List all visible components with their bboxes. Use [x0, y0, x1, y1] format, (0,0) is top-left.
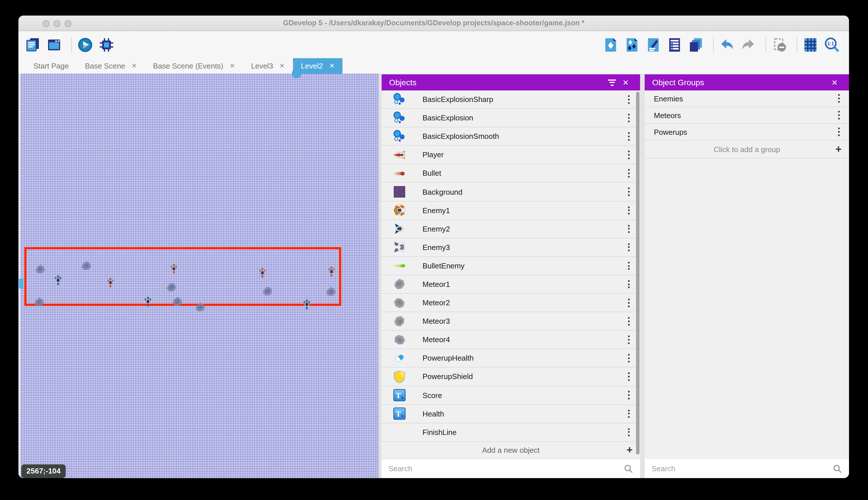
redo-icon[interactable]: [740, 36, 757, 53]
object-groups-panel-icon[interactable]: [623, 36, 641, 53]
add-group-row[interactable]: Click to add a group +: [645, 140, 849, 158]
kebab-menu-icon[interactable]: [627, 297, 631, 309]
objects-search-input[interactable]: [388, 464, 624, 473]
kebab-menu-icon[interactable]: [837, 109, 841, 122]
grid-icon[interactable]: [802, 36, 819, 53]
instances-list-icon[interactable]: [666, 36, 683, 53]
kebab-menu-icon[interactable]: [627, 93, 631, 106]
group-row-enemies[interactable]: Enemies: [645, 90, 849, 107]
scene-editor-icon[interactable]: [46, 36, 63, 53]
objects-scrollbar[interactable]: [636, 92, 640, 454]
object-row-score[interactable]: TxScore: [382, 386, 640, 405]
object-row-finishline[interactable]: FinishLine: [382, 423, 640, 442]
kebab-menu-icon[interactable]: [837, 126, 841, 138]
instance-meteor[interactable]: [81, 260, 92, 271]
tab-level3[interactable]: Level3✕: [243, 58, 293, 74]
kebab-menu-icon[interactable]: [627, 260, 631, 272]
kebab-menu-icon[interactable]: [627, 204, 631, 217]
close-tab-icon[interactable]: ✕: [230, 62, 235, 70]
kebab-menu-icon[interactable]: [627, 389, 631, 401]
object-row-meteor4[interactable]: Meteor4: [382, 331, 640, 349]
object-row-basicexplosionsharp[interactable]: BasicExplosionSharp: [382, 90, 640, 109]
object-row-powerupshield[interactable]: PowerupShield: [382, 368, 640, 386]
instance-meteor[interactable]: [33, 297, 45, 307]
project-manager-icon[interactable]: [24, 36, 42, 53]
kebab-menu-icon[interactable]: [627, 352, 631, 364]
layers-icon[interactable]: [687, 36, 705, 53]
zoom-1-1-icon[interactable]: 1:1: [823, 36, 840, 53]
object-row-meteor3[interactable]: Meteor3: [382, 312, 640, 331]
group-row-powerups[interactable]: Powerups: [645, 124, 849, 140]
object-row-basicexplosionsmooth[interactable]: BasicExplosionSmooth: [382, 127, 640, 146]
play-preview-icon[interactable]: [77, 36, 94, 53]
plus-icon[interactable]: +: [626, 445, 633, 455]
kebab-menu-icon[interactable]: [627, 408, 631, 420]
object-row-meteor1[interactable]: Meteor1: [382, 275, 640, 294]
instance-enemy-orange[interactable]: [328, 267, 335, 276]
properties-icon[interactable]: [645, 36, 662, 53]
kebab-menu-icon[interactable]: [627, 241, 631, 253]
kebab-menu-icon[interactable]: [627, 315, 631, 328]
kebab-menu-icon[interactable]: [627, 371, 631, 383]
object-row-poweruphealth[interactable]: PowerupHealth: [382, 349, 640, 368]
mask-preview-icon[interactable]: [771, 36, 788, 53]
kebab-menu-icon[interactable]: [627, 130, 631, 143]
kebab-menu-icon[interactable]: [627, 186, 631, 198]
object-row-meteor2[interactable]: Meteor2: [382, 294, 640, 312]
panel-divider[interactable]: [379, 74, 382, 478]
undo-icon[interactable]: [718, 36, 736, 53]
panel-divider[interactable]: [640, 74, 645, 478]
object-row-basicexplosion[interactable]: BasicExplosion: [382, 109, 640, 127]
object-row-enemy1[interactable]: Enemy1: [382, 201, 640, 220]
instance-enemy-blue[interactable]: [55, 275, 62, 285]
instance-enemy-blue[interactable]: [144, 297, 151, 306]
tab-base-scene[interactable]: Base Scene✕: [77, 58, 145, 74]
close-tab-icon[interactable]: ✕: [280, 62, 285, 70]
close-tab-icon[interactable]: ✕: [329, 62, 335, 70]
window-title: GDevelop 5 - /Users/dkarakay/Documents/G…: [19, 15, 849, 31]
instance-meteor[interactable]: [262, 286, 273, 296]
close-tab-icon[interactable]: ✕: [131, 62, 137, 70]
object-row-bullet[interactable]: Bullet: [382, 164, 640, 183]
instance-enemy-orange[interactable]: [259, 268, 266, 278]
kebab-menu-icon[interactable]: [627, 223, 631, 235]
instance-meteor[interactable]: [35, 264, 46, 274]
kebab-menu-icon[interactable]: [627, 278, 631, 291]
scene-canvas[interactable]: 2567;-104: [19, 74, 379, 478]
instance-enemy-blue[interactable]: [303, 299, 310, 309]
group-row-meteors[interactable]: Meteors: [645, 107, 849, 124]
kebab-menu-icon[interactable]: [627, 112, 631, 124]
instance-enemy-orange[interactable]: [107, 278, 114, 287]
canvas-scroll-indicator[interactable]: [19, 279, 24, 289]
tab-label: Level2: [301, 61, 323, 70]
instance-enemy-orange[interactable]: [171, 264, 177, 274]
plus-icon[interactable]: +: [835, 144, 842, 155]
object-label: Enemy3: [422, 243, 450, 252]
object-row-enemy3[interactable]: Enemy3: [382, 238, 640, 257]
tab-base-scene-events-[interactable]: Base Scene (Events)✕: [145, 58, 243, 74]
tab-start-page[interactable]: Start Page: [25, 58, 77, 74]
object-row-player[interactable]: Player: [382, 146, 640, 164]
instance-meteor[interactable]: [166, 282, 177, 292]
debug-icon[interactable]: [98, 36, 115, 53]
instance-meteor[interactable]: [325, 286, 337, 297]
tab-level2[interactable]: Level2✕: [293, 58, 342, 74]
close-icon[interactable]: ✕: [828, 76, 842, 89]
instance-meteor[interactable]: [172, 296, 183, 306]
kebab-menu-icon[interactable]: [837, 92, 841, 105]
add-object-row[interactable]: Add a new object +: [382, 442, 640, 459]
objects-panel-icon[interactable]: [602, 36, 619, 53]
close-icon[interactable]: ✕: [619, 76, 633, 89]
kebab-menu-icon[interactable]: [627, 167, 631, 180]
object-row-health[interactable]: TxHealth: [382, 405, 640, 423]
object-row-enemy2[interactable]: Enemy2: [382, 220, 640, 238]
object-row-bulletenemy[interactable]: BulletEnemy: [382, 257, 640, 275]
kebab-menu-icon[interactable]: [627, 426, 631, 439]
kebab-menu-icon[interactable]: [627, 333, 631, 346]
object-label: Player: [422, 151, 444, 159]
filter-icon[interactable]: [605, 76, 619, 89]
instance-meteor[interactable]: [195, 302, 206, 312]
object-row-background[interactable]: Background: [382, 183, 640, 201]
kebab-menu-icon[interactable]: [627, 149, 631, 161]
groups-search-input[interactable]: [652, 464, 833, 473]
